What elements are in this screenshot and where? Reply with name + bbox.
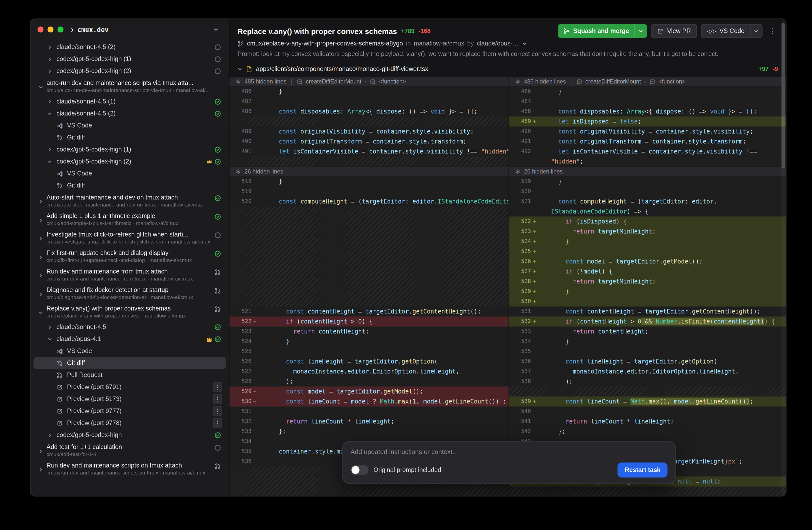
agent-name[interactable]: claude/opus-… bbox=[477, 40, 519, 47]
diff-spacer bbox=[230, 257, 508, 267]
sidebar-item-git-diff[interactable]: Git diff bbox=[33, 357, 226, 369]
hidden-lines-header[interactable]: 485 hidden lines|createDiffEditorMount›<… bbox=[230, 76, 508, 86]
line-number: 539 bbox=[509, 397, 531, 406]
preview-menu-button[interactable]: ⋮ bbox=[213, 382, 222, 392]
vscode-options-dropdown[interactable] bbox=[750, 25, 762, 38]
task-row[interactable]: Replace v.any() with proper convex schem… bbox=[33, 302, 226, 321]
open-vscode-button[interactable]: </>VS Code bbox=[701, 24, 763, 38]
sidebar-item-preview-port-6791[interactable]: Preview (port 6791)⋮ bbox=[33, 381, 226, 393]
preview-menu-button[interactable]: ⋮ bbox=[213, 394, 222, 404]
diff-line: 486 } bbox=[230, 86, 508, 97]
sidebar-item-vs-code[interactable]: VS Code bbox=[33, 168, 226, 180]
scrollbar-thumb[interactable] bbox=[782, 23, 785, 89]
branch-row[interactable]: claude/sonnet-4.5 bbox=[33, 321, 226, 333]
sidebar-item-vs-code[interactable]: VS Code bbox=[33, 119, 226, 131]
task-row[interactable]: Auto-start maintenance and dev on tmux a… bbox=[33, 191, 226, 210]
diff-spacer bbox=[230, 157, 508, 167]
chevron-down-icon bbox=[638, 29, 643, 33]
diff-line: 487 bbox=[509, 97, 786, 106]
task-row[interactable]: Add test for 1+1 calculationcmux/add-tes… bbox=[33, 441, 226, 459]
in-label: in bbox=[406, 40, 411, 47]
restart-task-button[interactable]: Restart task bbox=[618, 462, 667, 477]
branch-row[interactable]: codex/gpt-5-codex-high bbox=[33, 429, 226, 441]
hidden-lines-header[interactable]: 485 hidden lines|createDiffEditorMount›<… bbox=[509, 76, 786, 86]
hidden-lines-count: 26 hidden lines bbox=[245, 169, 283, 174]
repo-name[interactable]: manaflow-ai/cmux bbox=[414, 40, 464, 47]
line-number: 541 bbox=[509, 416, 531, 427]
window-scrollbar[interactable] bbox=[781, 20, 785, 495]
hidden-lines-header[interactable]: 26 hidden lines bbox=[509, 167, 786, 176]
branch-row[interactable]: claude/sonnet-4.5 (2) bbox=[33, 41, 226, 53]
branch-label: codex/gpt-5-codex-high (1) bbox=[57, 146, 131, 153]
main-panel: Replace v.any() with proper convex schem… bbox=[230, 19, 786, 496]
sidebar-item-preview-port-9777[interactable]: Preview (port 9777)⋮ bbox=[33, 405, 226, 417]
chevron-right-icon bbox=[39, 232, 43, 245]
action-label: Git diff bbox=[67, 359, 85, 367]
task-subtitle: cmux/add-test-for-1-1 bbox=[46, 451, 122, 458]
diff-spacer bbox=[230, 246, 508, 257]
branch-row[interactable]: claude/sonnet-4.5 (1) bbox=[33, 96, 226, 108]
sidebar-item-pull-request[interactable]: Pull Request bbox=[33, 369, 226, 381]
close-window-button[interactable] bbox=[38, 27, 44, 32]
sidebar-item-vs-code[interactable]: VS Code bbox=[33, 345, 226, 357]
file-header[interactable]: apps/client/src/components/monaco/monaco… bbox=[230, 62, 786, 76]
diff-line: 492 let isContainerVisible = container.s… bbox=[509, 146, 786, 157]
check-circle-icon bbox=[215, 324, 221, 330]
hidden-lines-header[interactable]: 26 hidden lines bbox=[230, 167, 508, 176]
task-row[interactable]: Run dev and maintenance from tmux attach… bbox=[33, 266, 226, 284]
branch-row[interactable]: claude/sonnet-4.5 (2) bbox=[33, 108, 226, 119]
vscode-icon bbox=[57, 122, 63, 129]
line-number: 525 bbox=[230, 346, 251, 357]
task-subtitle: cmux/investigate-tmux-click-to-refresh-g… bbox=[46, 239, 210, 245]
line-number: 534 bbox=[230, 436, 251, 446]
collapse-chevron-icon[interactable] bbox=[237, 67, 242, 71]
minimize-window-button[interactable] bbox=[47, 27, 54, 32]
branch-row[interactable]: codex/gpt-5-codex-high (2) bbox=[33, 156, 226, 168]
merge-options-dropdown[interactable] bbox=[634, 24, 647, 38]
task-row[interactable]: Run dev and maintenance scripts on tmux … bbox=[33, 459, 226, 478]
branch-row[interactable]: claude/opus-4.1 bbox=[33, 333, 226, 345]
diff-pane-left: 485 hidden lines|createDiffEditorMount›<… bbox=[230, 76, 509, 496]
line-number: 522 bbox=[230, 316, 251, 327]
diff-line: 527 monacoInstance.editor.EditorOption.l… bbox=[230, 367, 508, 376]
new-task-button[interactable]: + bbox=[210, 24, 222, 35]
task-row[interactable]: auto-run dev and maintenance scripts via… bbox=[33, 77, 226, 96]
branch-row[interactable]: codex/gpt-5-codex-high (1) bbox=[33, 143, 226, 156]
branch-label: claude/sonnet-4.5 (2) bbox=[57, 110, 116, 117]
line-number: 529 bbox=[509, 286, 531, 297]
diff-line: 534 } bbox=[509, 336, 786, 346]
line-number: 536 bbox=[509, 357, 531, 367]
line-number: 524 bbox=[230, 336, 251, 346]
zoom-window-button[interactable] bbox=[58, 27, 63, 32]
task-title: Run dev and maintenance from tmux attach bbox=[46, 268, 193, 275]
task-row[interactable]: Add simple 1 plus 1 arithmetic examplecm… bbox=[33, 210, 226, 229]
squash-merge-label: Squash and merge bbox=[573, 28, 629, 34]
diff-line: 523+ return targetMinHeight; bbox=[509, 227, 786, 237]
total-additions: +789 bbox=[401, 28, 415, 34]
branch-name[interactable]: cmux/replace-v-any-with-proper-convex-sc… bbox=[247, 40, 403, 47]
diff-spacer bbox=[230, 286, 508, 297]
task-row[interactable]: Diagnose and fix docker detection at sta… bbox=[33, 284, 226, 302]
line-number: 531 bbox=[230, 406, 251, 416]
action-label: VS Code bbox=[67, 122, 92, 129]
sidebar-item-preview-port-5173[interactable]: Preview (port 5173)⋮ bbox=[33, 393, 226, 405]
sidebar-item-git-diff[interactable]: Git diff bbox=[33, 180, 226, 191]
task-row[interactable]: Investigate tmux click-to-refresh glitch… bbox=[33, 229, 226, 247]
original-prompt-toggle[interactable] bbox=[350, 465, 368, 475]
view-pr-button[interactable]: View PR bbox=[651, 24, 697, 38]
preview-menu-button[interactable]: ⋮ bbox=[213, 406, 222, 416]
task-row[interactable]: Fix first-run update check and dialog di… bbox=[33, 247, 226, 266]
branch-row[interactable]: codex/gpt-5-codex-high (1) bbox=[33, 53, 226, 65]
branch-row[interactable]: codex/gpt-5-codex-high (2) bbox=[33, 65, 226, 77]
sidebar-item-git-diff[interactable]: Git diff bbox=[33, 131, 226, 143]
sidebar-item-preview-port-9778[interactable]: Preview (port 9778)⋮ bbox=[33, 417, 226, 429]
squash-and-merge-button[interactable]: Squash and merge bbox=[558, 24, 647, 38]
more-options-button[interactable]: ⋮ bbox=[767, 27, 778, 35]
task-subtitle: cmux/replace-v-any-with-proper-convex · … bbox=[46, 313, 186, 319]
diff-line: 531 bbox=[230, 406, 508, 416]
chevron-down-icon[interactable] bbox=[522, 41, 526, 46]
preview-menu-button[interactable]: ⋮ bbox=[213, 418, 222, 428]
instructions-input[interactable]: Add updated instructions or context... bbox=[350, 448, 667, 456]
chevron-down-icon bbox=[47, 159, 52, 164]
diff-line: 489+ let isDisposed = false; bbox=[509, 116, 786, 127]
